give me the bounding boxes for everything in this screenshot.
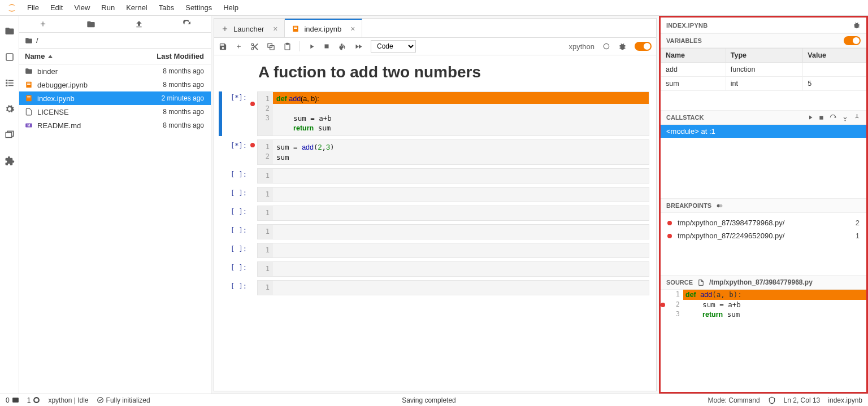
running-icon[interactable] [5, 52, 15, 62]
breakpoint-row[interactable]: tmp/xpython_87/2249652090.py/1 [661, 229, 866, 242]
code-cell[interactable]: [ ]:1 [219, 280, 649, 295]
toc-icon[interactable] [5, 78, 15, 88]
breakpoint-icon[interactable] [250, 102, 255, 106]
breadcrumb[interactable]: / [19, 33, 211, 49]
tab[interactable]: index.ipynb× [285, 19, 362, 38]
close-icon[interactable]: × [273, 24, 277, 33]
kernel-status-icon[interactable] [602, 42, 610, 50]
menu-kernel[interactable]: Kernel [120, 1, 153, 14]
col-name-label[interactable]: Name [25, 52, 45, 60]
file-row[interactable]: debugger.ipynb8 months ago [19, 78, 211, 91]
var-col-value[interactable]: Value [803, 49, 866, 63]
step-over-icon[interactable] [829, 113, 837, 121]
source-line[interactable]: 2 sum = a+b [661, 300, 866, 309]
code-cell[interactable]: [*]:1 2 3def add(a, b): sum = a+b return… [219, 91, 649, 136]
menu-edit[interactable]: Edit [45, 1, 68, 14]
new-folder-icon[interactable] [86, 20, 96, 29]
variable-row[interactable]: sumint5 [661, 77, 866, 91]
save-icon[interactable] [219, 42, 227, 51]
celltype-select[interactable]: Code [371, 40, 416, 53]
status-mode[interactable]: Mode: Command [708, 396, 760, 404]
cell-code[interactable] [273, 280, 649, 295]
cell-code[interactable] [273, 243, 649, 258]
file-row[interactable]: index.ipynb2 minutes ago [19, 91, 211, 105]
paste-icon[interactable] [283, 42, 292, 51]
code-cell[interactable]: [*]:1 2sum = add(2,3) sum [219, 139, 649, 165]
copy-icon[interactable] [267, 42, 275, 51]
var-col-name[interactable]: Name [661, 49, 726, 63]
run-icon[interactable] [308, 43, 315, 50]
gear-icon[interactable] [5, 104, 15, 114]
menu-settings[interactable]: Settings [180, 1, 218, 14]
status-cursor[interactable]: Ln 2, Col 13 [784, 396, 821, 404]
code-cell[interactable]: [ ]:1 [219, 206, 649, 221]
callstack-frame[interactable]: <module> at :1 [661, 125, 866, 138]
fastforward-icon[interactable] [354, 42, 363, 51]
col-modified-label[interactable]: Last Modified [143, 52, 211, 60]
code-cell[interactable]: [ ]:1 [219, 168, 649, 184]
menu-view[interactable]: View [68, 1, 96, 14]
extension-icon[interactable] [5, 156, 15, 166]
menu-run[interactable]: Run [96, 1, 120, 14]
pause-icon[interactable] [818, 115, 824, 121]
code-cell[interactable]: [ ]:1 [219, 261, 649, 277]
status-lsp[interactable]: Fully initialized [97, 396, 150, 404]
step-in-icon[interactable] [841, 114, 849, 121]
status-kernels[interactable]: 1 [27, 396, 41, 404]
source-line[interactable]: 3 return sum [661, 309, 866, 320]
cell-code[interactable] [273, 206, 649, 221]
svg-rect-23 [325, 45, 329, 49]
file-modified: 8 months ago [143, 67, 211, 75]
clear-breakpoints-icon[interactable] [716, 202, 723, 209]
menu-help[interactable]: Help [218, 1, 244, 14]
cell-code[interactable]: sum = add(2,3) sum [273, 139, 649, 165]
status-file[interactable]: index.ipynb [828, 396, 862, 404]
status-trust-icon[interactable] [768, 396, 776, 404]
restart-icon[interactable] [338, 42, 346, 51]
status-kernel-name[interactable]: xpython | Idle [48, 396, 88, 404]
variable-row[interactable]: addfunction [661, 63, 866, 77]
notebook-body[interactable]: A fuction to add two numbers [*]:1 2 3de… [214, 55, 657, 391]
file-row[interactable]: MREADME.md8 months ago [19, 119, 211, 132]
tab[interactable]: Launcher× [214, 19, 285, 38]
cell-code[interactable]: def add(a, b): sum = a+b return sum [273, 91, 649, 136]
breakpoint-row[interactable]: tmp/xpython_87/3984779968.py/2 [661, 216, 866, 229]
breakpoint-icon[interactable] [250, 143, 255, 147]
file-row[interactable]: LICENSE8 months ago [19, 105, 211, 119]
markdown-heading[interactable]: A fuction to add two numbers [219, 62, 649, 91]
cell-code[interactable] [273, 168, 649, 184]
file-row[interactable]: binder8 months ago [19, 64, 211, 78]
continue-icon[interactable] [807, 114, 814, 121]
var-col-type[interactable]: Type [726, 49, 803, 63]
menu-tabs[interactable]: Tabs [153, 1, 180, 14]
code-cell[interactable]: [ ]:1 [219, 187, 649, 202]
folder-icon[interactable] [5, 26, 15, 36]
debugger-settings-icon[interactable] [853, 21, 861, 29]
cut-icon[interactable] [250, 42, 259, 51]
source-line[interactable]: 1def add(a, b): [661, 290, 866, 300]
bug-icon[interactable] [618, 42, 627, 51]
upload-icon[interactable] [134, 20, 144, 29]
cell-code[interactable] [273, 187, 649, 202]
file-browser: ＋ / Name Last Modified binder8 months ag… [19, 16, 211, 394]
menu-file[interactable]: File [21, 1, 45, 14]
add-cell-icon[interactable]: ＋ [235, 41, 242, 51]
breadcrumb-root[interactable]: / [36, 36, 38, 45]
file-name: binder [37, 67, 58, 76]
cell-code[interactable] [273, 224, 649, 239]
stop-icon[interactable] [323, 43, 330, 50]
kernel-name[interactable]: xpython [568, 42, 594, 51]
code-cell[interactable]: [ ]:1 [219, 243, 649, 258]
cell-code[interactable] [273, 261, 649, 277]
sort-asc-icon[interactable] [48, 55, 53, 58]
code-cell[interactable]: [ ]:1 [219, 224, 649, 239]
new-launcher-icon[interactable]: ＋ [38, 18, 47, 30]
tabs-icon[interactable] [5, 130, 15, 140]
step-out-icon[interactable] [853, 114, 861, 121]
refresh-icon[interactable] [183, 20, 192, 29]
open-source-icon[interactable] [697, 279, 705, 286]
variables-toggle[interactable] [844, 36, 861, 45]
status-terminals[interactable]: 0 [6, 396, 19, 404]
close-icon[interactable]: × [350, 24, 355, 33]
debugger-toggle[interactable] [635, 42, 652, 51]
